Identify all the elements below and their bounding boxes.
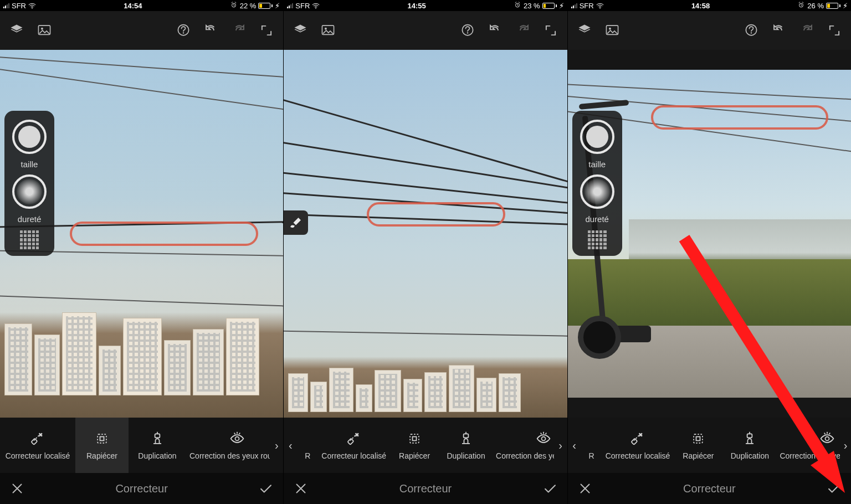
canvas[interactable] bbox=[284, 50, 567, 418]
layers-icon[interactable] bbox=[576, 23, 593, 38]
confirm-button[interactable] bbox=[257, 479, 275, 498]
alarm-icon bbox=[514, 1, 521, 11]
image-icon[interactable] bbox=[35, 23, 53, 38]
annotation-stroke bbox=[367, 202, 505, 227]
tool-clone[interactable]: Duplication bbox=[723, 418, 776, 473]
help-icon[interactable] bbox=[459, 23, 476, 38]
brush-panel: taille dureté bbox=[4, 111, 54, 256]
brush-tool-badge[interactable] bbox=[284, 210, 308, 235]
status-bar: SFR 14:54 22 % ⚡︎ bbox=[0, 0, 283, 11]
canvas[interactable]: taille dureté bbox=[568, 50, 851, 418]
wifi-icon bbox=[28, 2, 36, 9]
tool-clone[interactable]: Duplication bbox=[439, 418, 493, 473]
canvas[interactable]: taille dureté bbox=[0, 50, 283, 418]
battery-percent: 22 % bbox=[240, 2, 257, 10]
scroll-right-chevron-icon[interactable]: › bbox=[270, 418, 283, 473]
hardness-label: dureté bbox=[585, 214, 609, 224]
status-bar: SFR 14:58 26 % ⚡︎ bbox=[568, 0, 851, 11]
annotation-stroke bbox=[70, 222, 258, 246]
brush-hardness-control[interactable] bbox=[580, 174, 614, 209]
battery-percent: 23 % bbox=[524, 2, 540, 10]
tool-prev-initial[interactable]: R bbox=[581, 418, 602, 473]
footer-bar: Correcteur bbox=[568, 473, 851, 504]
battery-icon bbox=[258, 3, 273, 9]
redo-icon[interactable] bbox=[798, 23, 816, 38]
image-icon[interactable] bbox=[603, 23, 621, 38]
status-bar: SFR 14:55 23 % ⚡︎ bbox=[284, 0, 567, 11]
carrier-label: SFR bbox=[12, 2, 26, 10]
help-icon[interactable] bbox=[742, 23, 760, 38]
wifi-icon bbox=[596, 2, 604, 9]
brush-size-control[interactable] bbox=[580, 120, 614, 154]
undo-icon[interactable] bbox=[486, 23, 504, 38]
footer-bar: Correcteur bbox=[284, 473, 567, 504]
brush-size-control[interactable] bbox=[12, 120, 47, 154]
tool-row: ‹ R Correcteur localisé Rapiécer Duplica… bbox=[568, 418, 851, 473]
redo-icon[interactable] bbox=[514, 23, 532, 38]
battery-icon bbox=[542, 3, 557, 9]
screen-1: SFR 14:54 22 % ⚡︎ bbox=[0, 0, 283, 504]
top-toolbar bbox=[568, 11, 851, 50]
footer-title: Correcteur bbox=[310, 482, 540, 495]
tool-spot-heal[interactable]: Correcteur localisé bbox=[602, 418, 674, 473]
hardness-label: dureté bbox=[18, 214, 42, 224]
charging-icon: ⚡︎ bbox=[843, 2, 848, 10]
charging-icon: ⚡︎ bbox=[559, 2, 564, 10]
tool-spot-heal[interactable]: Correcteur localisé bbox=[0, 418, 75, 473]
clock: 14:55 bbox=[408, 2, 426, 10]
help-icon[interactable] bbox=[175, 23, 192, 38]
confirm-button[interactable] bbox=[541, 479, 560, 498]
cancel-button[interactable] bbox=[576, 479, 594, 498]
cancel-button[interactable] bbox=[8, 479, 27, 498]
alarm-icon bbox=[230, 1, 238, 11]
size-label: taille bbox=[588, 160, 606, 169]
battery-icon bbox=[826, 3, 840, 9]
tool-redeye[interactable]: Correction des yeux rouges bbox=[186, 418, 270, 473]
grid-icon[interactable] bbox=[587, 229, 608, 250]
undo-icon[interactable] bbox=[202, 23, 220, 38]
tool-prev-initial[interactable]: R bbox=[297, 418, 318, 473]
alarm-icon bbox=[797, 1, 805, 11]
scroll-right-chevron-icon[interactable]: › bbox=[840, 418, 851, 473]
fullscreen-icon[interactable] bbox=[258, 23, 275, 38]
tool-patch[interactable]: Rapiécer bbox=[75, 418, 129, 473]
footer-bar: Correcteur bbox=[0, 473, 283, 504]
fullscreen-icon[interactable] bbox=[826, 23, 843, 38]
scroll-left-chevron-icon[interactable]: ‹ bbox=[568, 418, 581, 473]
fullscreen-icon[interactable] bbox=[542, 23, 560, 38]
signal-icon bbox=[3, 3, 9, 8]
battery-percent: 26 % bbox=[807, 2, 824, 10]
cancel-button[interactable] bbox=[291, 479, 310, 498]
charging-icon: ⚡︎ bbox=[275, 2, 280, 10]
layers-icon[interactable] bbox=[8, 23, 25, 38]
tool-row: ‹ R Correcteur localisé Rapiécer Duplica… bbox=[284, 418, 567, 473]
confirm-button[interactable] bbox=[824, 479, 843, 498]
tool-row: Correcteur localisé Rapiécer Duplication… bbox=[0, 418, 283, 473]
carrier-label: SFR bbox=[580, 2, 594, 10]
top-toolbar bbox=[284, 11, 567, 50]
scroll-left-chevron-icon[interactable]: ‹ bbox=[284, 418, 297, 473]
clock: 14:58 bbox=[691, 2, 710, 10]
footer-title: Correcteur bbox=[27, 482, 257, 495]
signal-icon bbox=[571, 3, 577, 8]
tool-redeye[interactable]: Correction des yeux rouges bbox=[493, 418, 554, 473]
clock: 14:54 bbox=[124, 2, 142, 10]
carrier-label: SFR bbox=[295, 2, 310, 10]
layers-icon[interactable] bbox=[291, 23, 309, 38]
screen-3: SFR 14:58 26 % ⚡︎ bbox=[567, 0, 851, 504]
tool-patch[interactable]: Rapiécer bbox=[389, 418, 439, 473]
screen-2: SFR 14:55 23 % ⚡︎ bbox=[283, 0, 567, 504]
tool-spot-heal[interactable]: Correcteur localisé bbox=[318, 418, 389, 473]
grid-icon[interactable] bbox=[19, 229, 40, 250]
brush-hardness-control[interactable] bbox=[12, 174, 47, 209]
undo-icon[interactable] bbox=[770, 23, 788, 38]
top-toolbar bbox=[0, 11, 283, 50]
footer-title: Correcteur bbox=[594, 482, 824, 495]
redo-icon[interactable] bbox=[230, 23, 248, 38]
brush-panel: taille dureté bbox=[572, 111, 622, 256]
tool-patch[interactable]: Rapiécer bbox=[673, 418, 723, 473]
image-icon[interactable] bbox=[319, 23, 337, 38]
tool-redeye[interactable]: Correction des yeux rouges bbox=[776, 418, 840, 473]
tool-clone[interactable]: Duplication bbox=[129, 418, 186, 473]
scroll-right-chevron-icon[interactable]: › bbox=[554, 418, 567, 473]
